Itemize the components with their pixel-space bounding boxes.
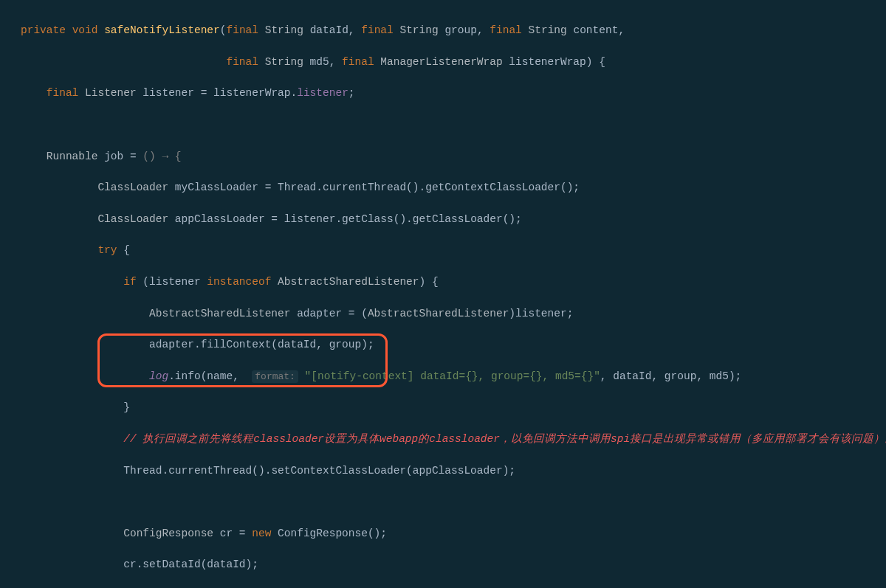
code-line: final String md5, final ManagerListenerW… [21, 55, 886, 70]
keyword: if [123, 276, 136, 288]
code-line: Thread.currentThread().setContextClassLo… [21, 463, 886, 479]
code-line: adapter.fillContext(dataId, group); [21, 337, 886, 353]
var: listener [142, 87, 194, 99]
field: log [149, 370, 168, 382]
var: appClassLoader [175, 213, 265, 225]
type: ConfigResponse [123, 528, 213, 539]
keyword: final [361, 24, 394, 36]
keyword: try [97, 244, 117, 256]
code-line: // 执行回调之前先将线程classloader设置为具体webapp的clas… [21, 432, 886, 447]
method: currentThread [168, 465, 252, 477]
method: currentThread [323, 181, 406, 193]
code-line: ClassLoader myClassLoader = Thread.curre… [21, 180, 886, 196]
method: getClass [342, 213, 394, 225]
type: AbstractSharedListener [149, 308, 290, 319]
param-hint: format: [252, 370, 298, 383]
type: String [399, 24, 438, 36]
code-line [21, 494, 886, 510]
code-line: try { [21, 243, 886, 258]
keyword: final [226, 56, 258, 68]
method: getClassLoader [413, 213, 503, 225]
keyword: final [47, 87, 79, 99]
field: listener [297, 87, 348, 99]
type: Listener [85, 87, 137, 99]
param: listenerWrap [509, 56, 585, 68]
var: job [104, 151, 123, 162]
var: adapter [297, 308, 342, 319]
code-line: private void safeNotifyListener(final St… [21, 23, 886, 38]
method: setDataId [142, 558, 200, 570]
string: "[notify-context] dataId={}, group={}, m… [305, 370, 600, 382]
type: ConfigResponse [278, 528, 368, 539]
param: group [444, 24, 477, 36]
code-line: ConfigResponse cr = new ConfigResponse()… [21, 526, 886, 542]
type: AbstractSharedListener [278, 276, 419, 288]
keyword: final [490, 24, 522, 36]
code-line: AbstractSharedListener adapter = (Abstra… [21, 306, 886, 322]
param: md5 [310, 56, 329, 68]
method-name: safeNotifyListener [104, 24, 220, 36]
type: ClassLoader [97, 213, 168, 225]
keyword: void [72, 24, 98, 36]
type: String [529, 24, 567, 36]
method: setContextClassLoader [271, 465, 406, 477]
code-line: final Listener listener = listenerWrap.l… [21, 86, 886, 101]
code-line: log.info(name, format: "[notify-context]… [21, 369, 886, 384]
code-line: if (listener instanceof AbstractSharedLi… [21, 274, 886, 290]
var: cr [220, 528, 233, 539]
code-line: Runnable job = () → { [21, 149, 886, 165]
code-line [21, 117, 886, 133]
method: info [175, 370, 201, 382]
method: getContextClassLoader [425, 181, 560, 193]
param: dataId [310, 24, 348, 36]
lambda: () → { [142, 151, 181, 162]
keyword: instanceof [207, 276, 271, 288]
type: String [265, 56, 303, 68]
type: AbstractSharedListener [368, 308, 509, 319]
code-line: cr.setDataId(dataId); [21, 557, 886, 573]
keyword: final [342, 56, 374, 68]
code-line: ClassLoader appClassLoader = listener.ge… [21, 212, 886, 227]
keyword: private [21, 24, 66, 36]
param: content [573, 24, 618, 36]
type: Runnable [47, 151, 98, 162]
type: ManagerListenerWrap [380, 56, 502, 68]
type: String [265, 24, 303, 36]
comment: // 执行回调之前先将线程classloader设置为具体webapp的clas… [123, 433, 886, 445]
keyword: final [226, 24, 258, 36]
code-editor[interactable]: private void safeNotifyListener(final St… [0, 7, 886, 588]
keyword: new [252, 528, 271, 539]
type: ClassLoader [97, 181, 168, 193]
code-line: } [21, 400, 886, 415]
var: myClassLoader [175, 181, 258, 193]
method: fillContext [201, 339, 272, 350]
